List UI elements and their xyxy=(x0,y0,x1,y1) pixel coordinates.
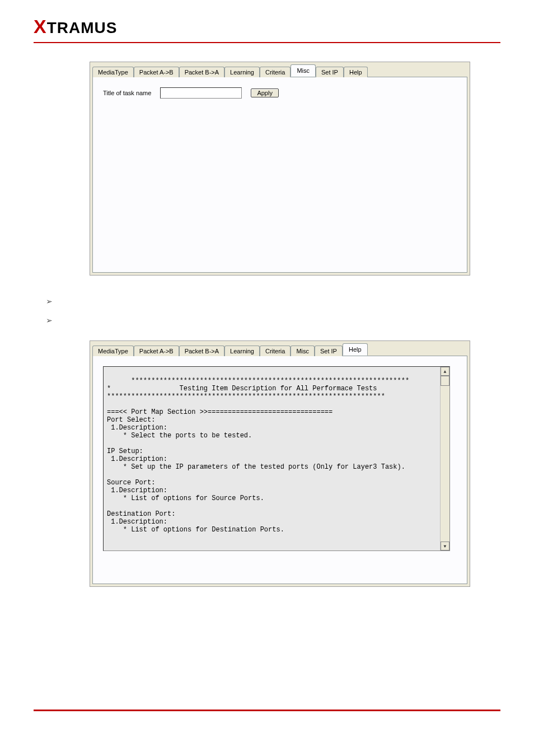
tab2-learning[interactable]: Learning xyxy=(224,346,260,356)
bullet-1: ➢ xyxy=(46,297,53,306)
tab-help[interactable]: Help xyxy=(344,67,368,77)
tabs-bar-2: MediaType Packet A->B Packet B->A Learni… xyxy=(90,341,470,356)
apply-button[interactable]: Apply xyxy=(251,88,279,97)
bullet-2: ➢ xyxy=(46,316,53,325)
help-text-content: ****************************************… xyxy=(107,377,449,534)
title-label: Title of task name xyxy=(103,90,151,96)
scroll-thumb[interactable] xyxy=(441,376,449,386)
tab2-packet-ba[interactable]: Packet B->A xyxy=(179,346,224,356)
title-row: Title of task name Apply xyxy=(103,87,457,99)
help-textarea[interactable]: ****************************************… xyxy=(103,366,450,551)
logo-x: X xyxy=(34,16,47,37)
tab-packet-ab[interactable]: Packet A->B xyxy=(134,67,179,77)
header-logo: XTRAMUS xyxy=(0,0,534,38)
help-tab-content: ****************************************… xyxy=(92,356,467,584)
tab2-mediatype[interactable]: MediaType xyxy=(92,346,134,356)
tab2-packet-ab[interactable]: Packet A->B xyxy=(134,346,179,356)
footer-divider xyxy=(34,710,500,711)
tab2-criteria[interactable]: Criteria xyxy=(260,346,291,356)
tab2-setip[interactable]: Set IP xyxy=(315,346,343,356)
tabs-bar-1: MediaType Packet A->B Packet B->A Learni… xyxy=(90,62,470,77)
tab-packet-ba[interactable]: Packet B->A xyxy=(179,67,224,77)
title-input[interactable] xyxy=(160,87,242,99)
tab2-help[interactable]: Help xyxy=(343,343,368,356)
tab-mediatype[interactable]: MediaType xyxy=(92,67,134,77)
tab2-misc[interactable]: Misc xyxy=(291,346,315,356)
scroll-up-button[interactable]: ▲ xyxy=(441,367,449,376)
tab-misc[interactable]: Misc xyxy=(291,64,316,77)
help-panel: MediaType Packet A->B Packet B->A Learni… xyxy=(90,340,470,587)
tab-setip[interactable]: Set IP xyxy=(316,67,344,77)
tab-learning[interactable]: Learning xyxy=(224,67,260,77)
bullet-list: ➢ ➢ xyxy=(46,297,53,335)
logo: XTRAMUS xyxy=(34,19,117,36)
header-divider xyxy=(34,42,500,43)
misc-tab-content: Title of task name Apply xyxy=(92,77,467,273)
misc-panel: MediaType Packet A->B Packet B->A Learni… xyxy=(90,62,470,276)
tab-criteria[interactable]: Criteria xyxy=(260,67,291,77)
scroll-down-button[interactable]: ▼ xyxy=(441,542,449,550)
logo-rest: TRAMUS xyxy=(47,19,118,36)
scrollbar[interactable]: ▲ ▼ xyxy=(440,367,449,550)
